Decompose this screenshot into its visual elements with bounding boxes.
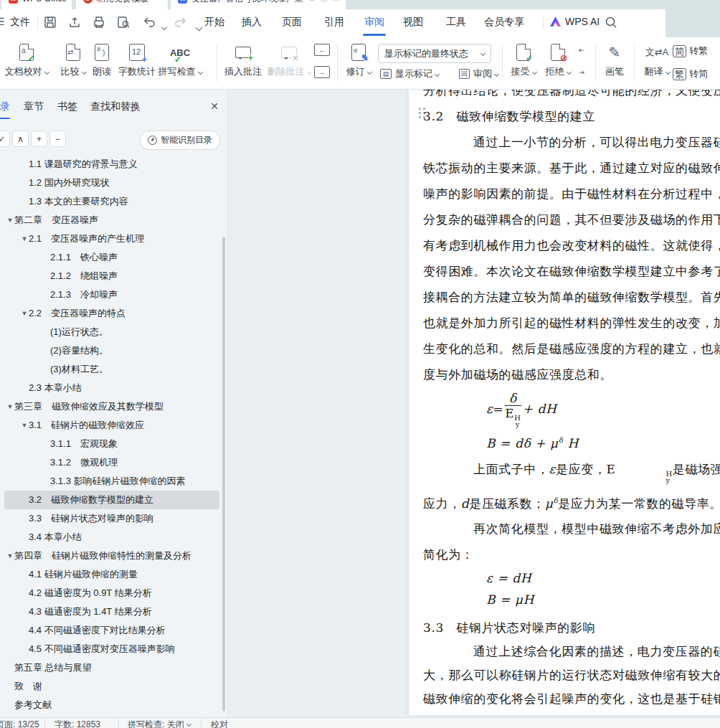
collapse-arrow-icon[interactable]: ▼	[20, 235, 29, 242]
toc-item[interactable]: ▼第二章 变压器噪声	[4, 211, 219, 230]
collapse-all-button[interactable]: ∧	[12, 131, 29, 147]
menu-member[interactable]: 会员专享	[484, 16, 524, 29]
toc-item[interactable]: ▼2.1 变压器噪声的产生机理	[4, 230, 219, 248]
preview-icon[interactable]: 🖵	[320, 0, 327, 3]
toc-item[interactable]: ▼3.1 硅钢片的磁致伸缩效应	[4, 416, 219, 435]
previous-change-icon[interactable]: ⇤	[574, 44, 589, 56]
toc-item[interactable]: (2)容量结构。	[4, 341, 219, 360]
collapse-arrow-icon[interactable]: ▼	[20, 310, 29, 317]
insert-comment-button[interactable]: + 插入批注	[221, 42, 265, 78]
locate-button[interactable]: ✓	[0, 131, 10, 147]
toc-item[interactable]: (1)运行状态。	[4, 323, 219, 341]
toc-item[interactable]: (3)材料工艺。	[4, 360, 219, 379]
print-preview-icon[interactable]	[116, 15, 131, 29]
chevron-down-icon	[480, 51, 485, 56]
menu-file[interactable]: 文件	[10, 16, 30, 29]
toc-item[interactable]: 4.3 磁通密度为 1.4T 结果分析	[4, 602, 219, 621]
toc-item[interactable]: 2.1.2 绕组噪声	[4, 267, 219, 285]
word-count-button[interactable]: 12+ 字数统计	[115, 42, 159, 78]
toc-item[interactable]: 致 谢	[4, 677, 219, 696]
wps-ai-button[interactable]: WPS AI	[550, 16, 600, 27]
document-page[interactable]: 分析得出结论，使变压器制造尽可能的经济，又使变压3.2 磁致伸缩数学模型的建立通…	[409, 89, 720, 715]
spell-check-status[interactable]: 拼写检查: 关闭	[128, 719, 191, 728]
proofread-button[interactable]: 校对	[211, 719, 228, 728]
toc-item[interactable]: 1.1 课题研究的背景与意义	[4, 155, 219, 174]
smart-toc-button[interactable]: 智能识别目录	[140, 131, 220, 150]
toc-item[interactable]: 4.5 不同磁通密度对变压器噪声影响	[4, 640, 219, 658]
toc-item-label: 4.1 硅钢片磁致伸缩的测量	[29, 568, 138, 581]
word-count-indicator[interactable]: 字数: 12853	[55, 719, 100, 728]
page-indicator[interactable]: 页面: 13/25	[0, 719, 39, 728]
toc-item[interactable]: 3.1.3 影响硅钢片磁致伸缩的因素	[4, 472, 219, 491]
doc-proof-button[interactable]: a✓ 文档校对	[1, 42, 52, 78]
menu-view[interactable]: 视图	[403, 16, 423, 29]
toc-item-label: 2.3 本章小结	[29, 382, 82, 394]
toc-item-label: 3.1 硅钢片的磁致伸缩效应	[29, 419, 144, 432]
doc-section-a: 分析得出结论，使变压器制造尽可能的经济，又使变压3.2 磁致伸缩数学模型的建立通…	[423, 89, 720, 387]
tab-find-replace[interactable]: 查找和替换	[90, 100, 141, 113]
toc-item[interactable]: 1.3 本文的主要研究内容	[4, 192, 219, 211]
accept-button[interactable]: ✓ 接受	[505, 42, 542, 78]
collapse-arrow-icon[interactable]: ▼	[20, 422, 29, 429]
expand-button[interactable]: +	[31, 131, 47, 147]
toc-item[interactable]: 2.3 本章小结	[4, 379, 219, 397]
traditional-to-simplified-button[interactable]: 繁 转简	[673, 67, 708, 80]
read-aloud-button[interactable]: ≡) 朗读	[86, 42, 118, 78]
menu-insert[interactable]: 插入	[242, 16, 262, 29]
track-changes-button[interactable]: ≡✎ 修订	[341, 42, 376, 78]
toc-item[interactable]: 参考文献	[4, 696, 219, 714]
previous-comment-icon[interactable]: ←	[314, 44, 330, 56]
next-change-icon[interactable]: ⇥	[574, 66, 589, 78]
toc-item[interactable]: 第五章 总结与展望	[4, 658, 219, 677]
search-icon[interactable]	[604, 15, 618, 29]
toc-item[interactable]: 2.1.3 冷却噪声	[4, 285, 219, 304]
save-icon[interactable]	[43, 15, 57, 29]
collapse-arrow-icon[interactable]: ▼	[6, 217, 14, 224]
tab-bookmarks[interactable]: 书签	[57, 100, 77, 113]
toc-item[interactable]: 3.2 磁致伸缩数学模型的建立	[4, 491, 219, 509]
toc-item[interactable]: 3.3 硅钢片状态对噪声的影响	[4, 509, 219, 528]
translate-button[interactable]: 文⇄A 翻译	[638, 42, 676, 78]
toc-item[interactable]: 4.4 不同磁通密度下对比结果分析	[4, 621, 219, 640]
sidebar-scrollbar[interactable]	[222, 237, 225, 712]
toc-item[interactable]: ▼第三章 磁致伸缩效应及其数学模型	[4, 397, 219, 416]
hamburger-icon[interactable]: ☰	[0, 16, 5, 27]
collapse-arrow-icon[interactable]: ▼	[6, 552, 14, 559]
tab-wps-office[interactable]: W WPS Office	[1, 0, 72, 9]
simplified-to-traditional-button[interactable]: 简 转繁	[673, 44, 708, 57]
print-icon[interactable]	[92, 15, 106, 29]
brush-button[interactable]: ✎ 画笔	[598, 42, 631, 78]
menu-page[interactable]: 页面	[282, 16, 302, 29]
toc-item[interactable]: ▼第四章 硅钢片磁致伸缩特性的测量及分析	[4, 547, 219, 565]
menu-home[interactable]: 开始	[204, 16, 224, 29]
menu-tools[interactable]: 工具	[446, 16, 466, 29]
show-markup-button[interactable]: ▤ 显示标记	[380, 67, 439, 80]
collapse-arrow-icon[interactable]: ▼	[6, 403, 14, 410]
spell-check-button[interactable]: ABC✓ 拼写检查	[155, 42, 205, 78]
doc-line-mu: 应力，d是压磁系数；μδ是应力为某一常数的磁导率。	[423, 488, 720, 516]
tab-chapters[interactable]: 章节	[24, 100, 44, 113]
toc-item[interactable]: 4.1 硅钢片磁致伸缩的测量	[4, 565, 219, 584]
undo-icon[interactable]	[142, 15, 156, 29]
close-icon[interactable]: ✕	[333, 0, 339, 4]
toc-item[interactable]: 3.1.1 宏观现象	[4, 435, 219, 453]
close-sidebar-icon[interactable]: ✕	[210, 100, 219, 112]
reject-button[interactable]: ⊘ 拒绝	[539, 42, 577, 78]
share-icon[interactable]: ⧉	[309, 0, 314, 3]
next-comment-icon[interactable]: →	[314, 66, 330, 78]
toc-item[interactable]: 4.2 磁通密度为 0.9T 结果分析	[4, 584, 219, 602]
toc-item[interactable]: 1.2 国内外研究现状	[4, 174, 219, 192]
export-icon[interactable]	[67, 15, 82, 29]
collapse-button[interactable]: −	[49, 131, 66, 147]
menu-reference[interactable]: 引用	[324, 16, 344, 29]
review-pane-button[interactable]: 回 审阅	[459, 67, 498, 80]
toc-item[interactable]: ▼2.2 变压器噪声的特点	[4, 304, 219, 323]
toc-item[interactable]: 3.1.2 微观机理	[4, 453, 219, 472]
tab-document[interactable]: W 变压器声音信号抗环境噪声采 ⧉ 🖵 ✕	[171, 0, 346, 9]
markup-state-select[interactable]: 显示标记的最终状态	[378, 44, 491, 63]
toc-item[interactable]: 2.1.1 铁心噪声	[4, 248, 219, 267]
toc-item[interactable]: 3.4 本章小结	[4, 528, 219, 547]
menu-review[interactable]: 审阅	[364, 16, 384, 29]
tab-contents[interactable]: 目录	[0, 100, 10, 113]
tab-docer-templates[interactable]: D 稻壳免费模板	[76, 0, 168, 9]
